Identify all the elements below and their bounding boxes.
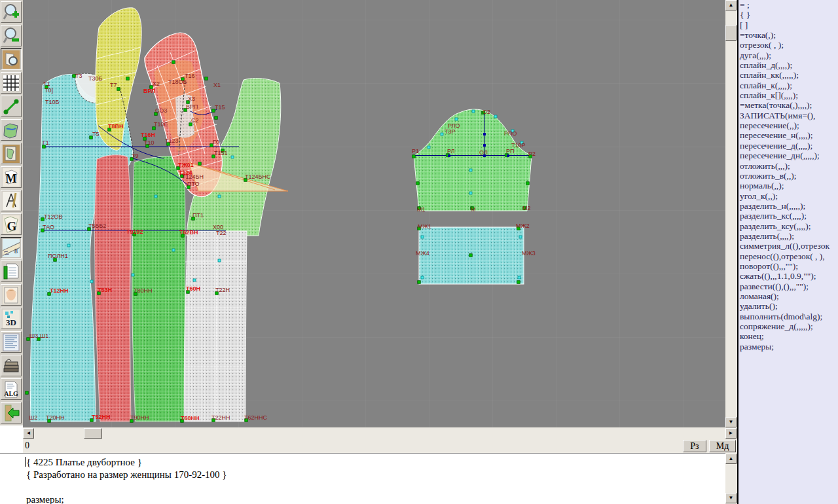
handle-dot	[418, 281, 421, 284]
editor-vscrollbar[interactable]: ▲ ▼	[725, 453, 737, 504]
handle-dot	[155, 195, 157, 198]
editor-scroll-down-icon[interactable]: ▼	[725, 493, 737, 503]
point-label: Т12НН	[50, 287, 69, 294]
point-label: Т151	[214, 150, 228, 156]
point-label: Т124БНС	[245, 173, 271, 180]
preview-pattern-icon[interactable]	[1, 48, 22, 70]
handle-dot	[469, 169, 472, 171]
point-label: РП	[506, 148, 514, 154]
scroll-down-icon[interactable]: ▼	[725, 417, 737, 427]
point-label: Р1	[412, 148, 419, 154]
command-line: отложить(,,,);	[738, 161, 838, 171]
drawing-canvas[interactable]: Т3Т30БТ7Т1Т0]Т10БТ5Т8ВНГ1Т9Х2ВРЛТ16Т18ОБ…	[23, 0, 725, 427]
size-table-icon[interactable]	[1, 261, 22, 282]
point-label: Ш2	[29, 414, 37, 421]
pattern-sheet-icon[interactable]	[1, 143, 22, 164]
books-icon[interactable]	[1, 355, 22, 376]
portrait-icon[interactable]	[1, 284, 22, 306]
point-label: Т123	[165, 137, 179, 144]
handle-dot	[198, 162, 202, 166]
scroll-right-icon[interactable]: ►	[725, 428, 737, 439]
3d-icon[interactable]: 3D	[1, 308, 22, 329]
handle-dot	[483, 144, 486, 147]
handle-dot	[483, 133, 486, 135]
point-label: Т124БН	[182, 173, 204, 180]
command-line: ЗАПИСАТЬ(имя=(),	[738, 111, 838, 120]
scroll-up-icon[interactable]: ▲	[725, 0, 737, 10]
scroll-left-icon[interactable]: ◄	[23, 428, 34, 439]
point-label: ТЖ01	[178, 162, 194, 168]
point-label: Т22НН	[211, 414, 230, 421]
letter-g-icon[interactable]: G	[1, 213, 22, 235]
command-line: поворот((),,,"");	[738, 261, 838, 271]
point-label: Т8ВН	[108, 123, 124, 130]
zoom-out-icon[interactable]	[1, 25, 22, 46]
command-line: симметрия_л((),отрезок	[738, 241, 838, 251]
point-label: Т9192	[126, 228, 143, 235]
point-label: Х2	[153, 81, 160, 87]
handle-dot	[518, 276, 520, 279]
grid-icon[interactable]	[1, 72, 22, 94]
command-line: разделить_ксу(,,,,);	[738, 221, 838, 231]
point-label: Т3Р	[445, 128, 456, 135]
point-label: Т30Б	[88, 75, 103, 82]
drafting-tools-icon[interactable]	[1, 190, 22, 211]
point-label: Р2	[528, 151, 536, 157]
rz-button[interactable]: Рз	[683, 440, 706, 452]
md-button[interactable]: Мд	[709, 440, 736, 452]
command-line: разделить_н(,,,,,);	[738, 201, 838, 211]
point-label: МЖ4	[416, 250, 429, 257]
point-label: Т60Н	[186, 285, 200, 292]
handle-dot	[172, 61, 175, 64]
handle-dot	[441, 133, 443, 135]
editor-line	[0, 481, 725, 494]
point-label: МЖ3	[522, 250, 536, 257]
handle-dot	[67, 244, 70, 247]
ruler-icon[interactable]: 8	[1, 237, 22, 259]
command-reference-panel[interactable]: = ;{ }[ ]=точка(,);отрезок( , );дуга(,,,…	[737, 0, 838, 504]
status-text: 0	[25, 441, 29, 451]
handle-dot	[26, 391, 29, 395]
handle-dot	[421, 276, 424, 279]
handle-dot	[455, 118, 458, 120]
command-line: сопряжение_д(,,,,,);	[738, 321, 838, 331]
command-line: конец;	[738, 331, 838, 341]
canvas-vscrollbar[interactable]: ▲ ▼	[725, 0, 737, 427]
command-line: разделить_кс(,,,,);	[738, 211, 838, 221]
command-line: отложить_в(,,);	[738, 171, 838, 181]
handle-dot	[90, 280, 93, 283]
point-label: Т52НН	[92, 414, 111, 420]
command-line: =метка(точка(,),,,,);	[738, 100, 838, 110]
segment-icon[interactable]	[1, 96, 22, 117]
text-list-icon[interactable]	[1, 331, 22, 353]
svg-text:G: G	[7, 219, 17, 233]
vscroll-thumb[interactable]	[725, 25, 737, 41]
point-label: Т53Н	[98, 287, 112, 293]
handle-dot	[416, 182, 420, 185]
handle-dot	[126, 77, 130, 81]
point-label: ПТ1	[192, 212, 204, 219]
command-line: пересечение_д(,,,,);	[738, 141, 838, 151]
command-line: развести((),(),,,"");	[738, 281, 838, 291]
svg-text:M: M	[6, 172, 17, 185]
canvas-hscrollbar[interactable]: ◄ ►	[23, 427, 737, 439]
map-icon[interactable]	[1, 119, 22, 141]
point-label: Г1	[43, 139, 49, 146]
point-label: Т60НН	[181, 415, 200, 422]
point-label: ВРП	[186, 103, 198, 110]
handle-dot	[526, 182, 530, 185]
exit-arrow-icon[interactable]	[1, 402, 22, 423]
handle-dot	[172, 249, 175, 251]
program-editor[interactable]: { 4225 Платье двубортное }{ Разработано …	[0, 453, 725, 504]
handle-dot	[412, 155, 416, 158]
alg-file-icon[interactable]: ALG	[1, 378, 22, 400]
handle-dot	[117, 88, 120, 91]
editor-scroll-up-icon[interactable]: ▲	[725, 454, 737, 464]
command-line: пересечение_н(,,,,);	[738, 130, 838, 140]
command-line: { }	[738, 10, 838, 20]
letter-m-icon[interactable]: M	[1, 166, 22, 188]
hscroll-thumb[interactable]	[84, 428, 102, 439]
zoom-in-icon[interactable]	[1, 1, 22, 23]
point-label: М2	[522, 205, 531, 211]
handle-dot	[421, 236, 424, 238]
